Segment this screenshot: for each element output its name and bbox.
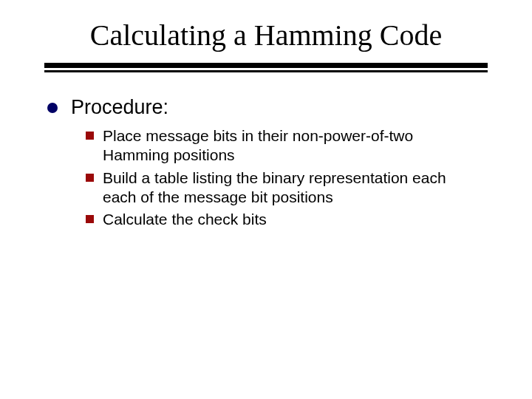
square-bullet-icon — [86, 174, 94, 182]
sublist-item: Calculate the check bits — [86, 210, 488, 229]
sublist-item-text: Build a table listing the binary represe… — [103, 168, 480, 208]
sublist-item: Build a table listing the binary represe… — [86, 168, 488, 208]
rule-bar-bottom — [44, 70, 488, 72]
rule-bar-top — [44, 63, 488, 68]
sublist-item-text: Place message bits in their non-power-of… — [103, 126, 480, 166]
circle-bullet-icon — [47, 103, 58, 113]
title-underline — [44, 63, 488, 72]
slide-title: Calculating a Hamming Code — [44, 18, 488, 52]
sublist: Place message bits in their non-power-of… — [86, 126, 488, 229]
sublist-item: Place message bits in their non-power-of… — [86, 126, 488, 166]
square-bullet-icon — [86, 215, 94, 223]
list-item-label: Procedure: — [71, 96, 168, 119]
slide: Calculating a Hamming Code Procedure: Pl… — [0, 0, 532, 399]
list-item-procedure: Procedure: — [47, 96, 488, 119]
square-bullet-icon — [86, 132, 94, 140]
sublist-item-text: Calculate the check bits — [103, 210, 267, 229]
